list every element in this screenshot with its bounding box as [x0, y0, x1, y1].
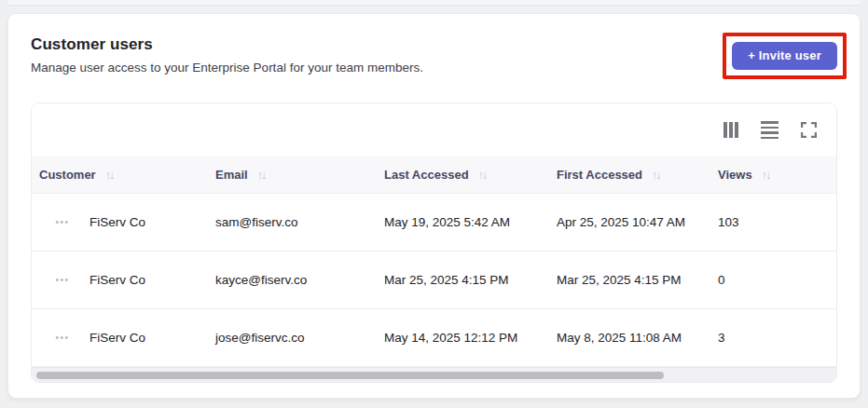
density-icon[interactable] — [761, 121, 778, 139]
users-table-panel: Customer ↑↓ Email ↑↓ Last Accessed ↑↓ Fi… — [31, 102, 837, 383]
cell-email: sam@fiserv.co — [208, 215, 377, 229]
customer-name: FiServ Co — [90, 215, 145, 229]
row-menu-icon[interactable]: ••• — [50, 217, 75, 227]
fullscreen-icon-glyph — [801, 122, 817, 138]
table-toolbar — [32, 103, 836, 156]
cell-views: 0 — [710, 273, 837, 287]
previous-card-edge — [7, 0, 861, 6]
column-header-label: First Accessed — [557, 168, 642, 182]
column-header-customer[interactable]: Customer ↑↓ — [32, 168, 208, 182]
column-header-label: Customer — [39, 168, 96, 182]
sort-icon[interactable]: ↑↓ — [652, 169, 660, 182]
cell-customer: ••• FiServ Co — [32, 273, 208, 287]
cell-last-accessed: May 19, 2025 5:42 AM — [377, 215, 549, 229]
column-header-last-accessed[interactable]: Last Accessed ↑↓ — [377, 168, 549, 182]
customer-users-card: Customer users Manage user access to you… — [7, 13, 861, 399]
column-header-email[interactable]: Email ↑↓ — [208, 168, 377, 182]
column-header-first-accessed[interactable]: First Accessed ↑↓ — [549, 168, 710, 182]
customer-name: FiServ Co — [90, 331, 145, 345]
cell-email: jose@fiservc.co — [208, 331, 377, 345]
columns-icon[interactable] — [723, 122, 738, 138]
cell-first-accessed: May 8, 2025 11:08 AM — [549, 331, 710, 345]
fullscreen-icon[interactable] — [801, 122, 817, 138]
row-menu-icon[interactable]: ••• — [50, 333, 75, 343]
sort-icon[interactable]: ↑↓ — [105, 169, 114, 182]
table-row: ••• FiServ Co sam@fiserv.co May 19, 2025… — [32, 194, 836, 252]
cell-views: 3 — [710, 331, 837, 345]
cell-customer: ••• FiServ Co — [32, 215, 208, 229]
table-header-row: Customer ↑↓ Email ↑↓ Last Accessed ↑↓ Fi… — [32, 156, 836, 194]
cell-last-accessed: Mar 25, 2025 4:15 PM — [377, 273, 549, 287]
columns-icon-glyph — [723, 122, 738, 138]
cell-views: 103 — [710, 215, 837, 229]
column-header-label: Email — [215, 168, 248, 182]
page-subtitle: Manage user access to your Enterprise Po… — [31, 61, 423, 75]
density-icon-glyph — [761, 121, 778, 139]
cell-first-accessed: Apr 25, 2025 10:47 AM — [549, 215, 710, 229]
sort-icon[interactable]: ↑↓ — [762, 169, 770, 182]
cell-email: kayce@fiserv.co — [208, 273, 377, 287]
row-menu-icon[interactable]: ••• — [50, 275, 75, 285]
page-title: Customer users — [31, 33, 423, 54]
horizontal-scrollbar-thumb[interactable] — [36, 372, 664, 379]
card-header: Customer users Manage user access to you… — [31, 33, 837, 79]
title-block: Customer users Manage user access to you… — [31, 33, 423, 75]
cell-last-accessed: May 14, 2025 12:12 PM — [377, 331, 549, 345]
sort-icon[interactable]: ↑↓ — [478, 169, 487, 182]
table-row: ••• FiServ Co jose@fiservc.co May 14, 20… — [32, 309, 836, 367]
column-header-label: Views — [718, 168, 752, 182]
sort-icon[interactable]: ↑↓ — [257, 169, 266, 182]
customer-name: FiServ Co — [90, 273, 145, 287]
invite-user-button[interactable]: + Invite user — [732, 42, 837, 70]
column-header-label: Last Accessed — [384, 168, 469, 182]
cell-customer: ••• FiServ Co — [32, 331, 208, 345]
cell-first-accessed: Mar 25, 2025 4:15 PM — [549, 273, 710, 287]
highlight-annotation-box: + Invite user — [723, 33, 847, 79]
table-row: ••• FiServ Co kayce@fiserv.co Mar 25, 20… — [32, 252, 836, 309]
column-header-views[interactable]: Views ↑↓ — [710, 168, 837, 182]
horizontal-scrollbar[interactable] — [32, 367, 836, 382]
